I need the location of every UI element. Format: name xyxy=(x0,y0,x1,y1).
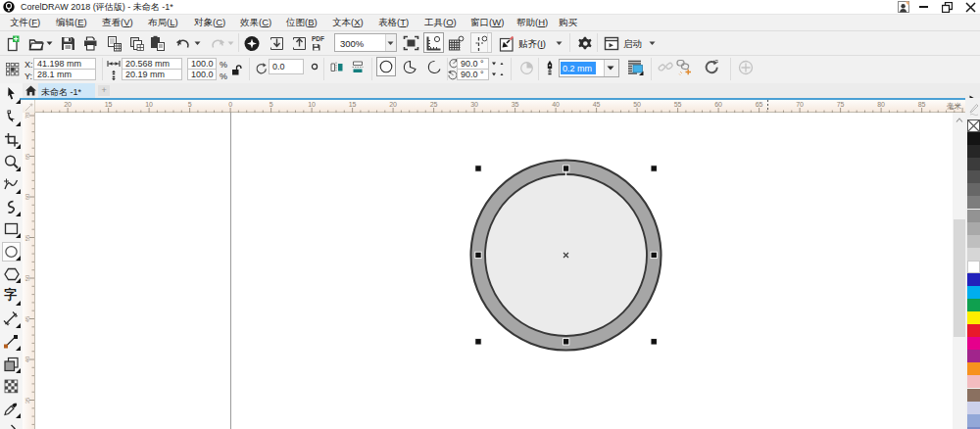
svg-text:PDF: PDF xyxy=(312,35,324,42)
